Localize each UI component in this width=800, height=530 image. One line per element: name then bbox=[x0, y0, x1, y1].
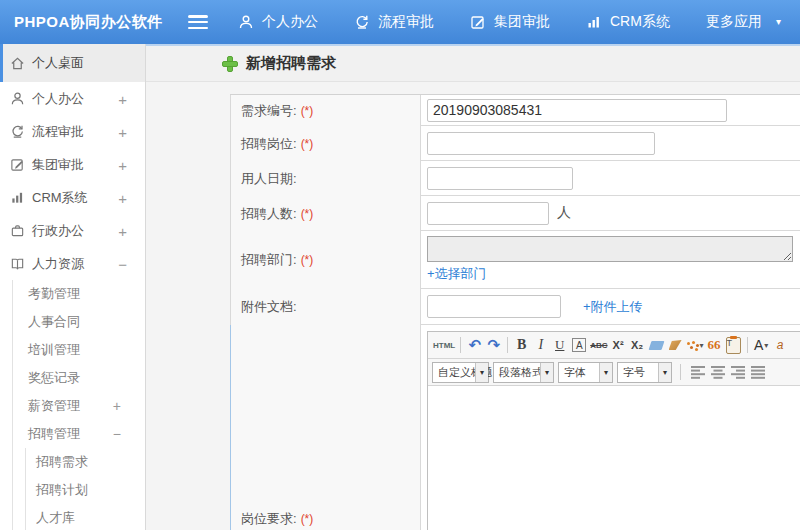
sidebar-item-admin-office[interactable]: 行政办公 + bbox=[0, 214, 145, 247]
font-size-select[interactable]: 字号 ▾ bbox=[617, 362, 672, 383]
superscript-button[interactable]: X² bbox=[610, 335, 627, 355]
toolbar-separator bbox=[507, 337, 508, 353]
sidebar-subitem-talent-pool[interactable]: 人才库 bbox=[26, 504, 145, 530]
strikethrough-button[interactable]: ABC bbox=[590, 335, 607, 355]
sidebar-subitem-label: 人才库 bbox=[36, 509, 75, 527]
recruit-demand-form: 需求编号: (*) 招聘岗位: (*) 用人日期: bbox=[230, 94, 800, 530]
nav-group-approval[interactable]: 集团审批 bbox=[470, 13, 550, 31]
italic-button[interactable]: I bbox=[532, 335, 549, 355]
sidebar-item-personal-office[interactable]: 个人办公 + bbox=[0, 82, 145, 115]
sidebar-subitem-label: 人事合同 bbox=[28, 313, 80, 331]
caret-down-icon: ▾ bbox=[700, 341, 704, 350]
subscript-button[interactable]: X₂ bbox=[629, 335, 646, 355]
eraser-icon[interactable] bbox=[648, 335, 665, 355]
hamburger-menu-icon[interactable] bbox=[188, 15, 208, 29]
expand-icon[interactable]: + bbox=[118, 156, 127, 173]
form-row-department: 招聘部门: (*) +选择部门 bbox=[230, 231, 800, 289]
field-label: 用人日期: bbox=[241, 170, 297, 188]
expand-icon[interactable]: + bbox=[118, 123, 127, 140]
sidebar-subitem-attendance[interactable]: 考勤管理 bbox=[13, 280, 145, 308]
sidebar-subitem-training[interactable]: 培训管理 bbox=[13, 336, 145, 364]
form-row-attachment: 附件文档: +附件上传 bbox=[230, 289, 800, 325]
sidebar-subitem-label: 招聘管理 bbox=[28, 425, 80, 443]
select-department-link[interactable]: +选择部门 bbox=[427, 265, 487, 283]
field-label-cell: 招聘部门: (*) bbox=[230, 231, 421, 289]
collapse-icon[interactable]: − bbox=[113, 426, 121, 442]
nav-crm-system[interactable]: CRM系统 bbox=[586, 13, 670, 31]
caret-down-icon: ▾ bbox=[475, 363, 488, 382]
form-row-headcount: 招聘人数: (*) 人 bbox=[230, 196, 800, 231]
format-brush-icon[interactable] bbox=[667, 335, 684, 355]
app-logo: PHPOA协同办公软件 bbox=[0, 13, 188, 32]
more-apps-caret[interactable]: ▾ bbox=[776, 17, 781, 27]
collapse-icon[interactable]: − bbox=[118, 255, 127, 272]
toolbar-separator bbox=[680, 364, 681, 380]
sidebar-item-personal-desktop[interactable]: 个人桌面 bbox=[0, 44, 145, 82]
underline-button[interactable]: U bbox=[551, 335, 568, 355]
sidebar-item-label: 行政办公 bbox=[32, 222, 84, 240]
field-value-cell: 人 bbox=[421, 196, 800, 230]
editor-toolbar-row1: HTML ↶ ↷ B I U A ABC X² X₂ ▾ bbox=[428, 332, 800, 359]
expand-icon[interactable]: + bbox=[118, 189, 127, 206]
top-header: PHPOA协同办公软件 个人办公 流程审批 集团审批 CRM系统 bbox=[0, 0, 800, 44]
autotypeset-button[interactable]: a bbox=[772, 335, 789, 355]
field-value-cell: +选择部门 bbox=[421, 231, 800, 288]
font-border-button[interactable]: A bbox=[572, 338, 586, 352]
redo-icon[interactable]: ↷ bbox=[485, 335, 502, 355]
attachment-upload-link[interactable]: +附件上传 bbox=[583, 298, 643, 316]
home-icon bbox=[9, 56, 25, 71]
align-center-icon[interactable] bbox=[711, 366, 726, 379]
sidebar-item-workflow-approval[interactable]: 流程审批 + bbox=[0, 115, 145, 148]
caret-down-icon: ▾ bbox=[764, 341, 768, 350]
headcount-input[interactable] bbox=[427, 202, 549, 225]
sidebar-item-label: 个人办公 bbox=[32, 90, 84, 108]
paste-icon[interactable]: T bbox=[725, 335, 742, 355]
sidebar-item-human-resources[interactable]: 人力资源 − bbox=[0, 247, 145, 280]
sidebar-item-group-approval[interactable]: 集团审批 + bbox=[0, 148, 145, 181]
required-marker: (*) bbox=[301, 512, 314, 526]
expand-icon[interactable]: + bbox=[118, 222, 127, 239]
align-right-icon[interactable] bbox=[731, 366, 746, 379]
workflow-icon bbox=[354, 14, 370, 30]
sidebar-item-crm-system[interactable]: CRM系统 + bbox=[0, 181, 145, 214]
undo-icon[interactable]: ↶ bbox=[466, 335, 483, 355]
field-value-cell: HTML ↶ ↷ B I U A ABC X² X₂ ▾ bbox=[421, 325, 800, 530]
sidebar-subitem-recruitment[interactable]: 招聘管理 − bbox=[13, 420, 145, 448]
bold-button[interactable]: B bbox=[513, 335, 530, 355]
font-color-button[interactable]: A▾ bbox=[753, 335, 770, 355]
sidebar-subitem-recruit-demand[interactable]: 招聘需求 bbox=[26, 448, 145, 476]
caret-down-icon: ▾ bbox=[540, 363, 553, 382]
align-justify-icon[interactable] bbox=[751, 366, 766, 379]
nav-label: CRM系统 bbox=[610, 13, 670, 31]
demand-no-input[interactable] bbox=[427, 99, 727, 122]
font-family-select[interactable]: 字体 ▾ bbox=[558, 362, 613, 383]
position-input[interactable] bbox=[427, 132, 655, 155]
align-left-icon[interactable] bbox=[691, 366, 706, 379]
blockquote-button[interactable]: 66 bbox=[706, 335, 723, 355]
expand-icon[interactable]: + bbox=[113, 398, 121, 414]
nav-workflow-approval[interactable]: 流程审批 bbox=[354, 13, 434, 31]
page-title-bar: 新增招聘需求 bbox=[146, 46, 800, 82]
sidebar-subitem-salary[interactable]: 薪资管理 + bbox=[13, 392, 145, 420]
sidebar-subitem-recruit-plan[interactable]: 招聘计划 bbox=[26, 476, 145, 504]
sidebar-subitem-rewards[interactable]: 奖惩记录 bbox=[13, 364, 145, 392]
expand-icon[interactable]: + bbox=[118, 90, 127, 107]
nav-personal-office[interactable]: 个人办公 bbox=[238, 13, 318, 31]
attachment-input[interactable] bbox=[427, 295, 561, 318]
department-textarea[interactable] bbox=[427, 236, 793, 262]
edit-icon bbox=[470, 14, 486, 30]
spray-color-icon[interactable]: ▾ bbox=[686, 335, 704, 355]
hire-date-input[interactable] bbox=[427, 167, 573, 190]
custom-title-select[interactable]: 自定义标题 ▾ bbox=[432, 362, 489, 383]
field-label-cell: 招聘人数: (*) bbox=[230, 196, 421, 231]
user-icon bbox=[9, 91, 25, 106]
field-label: 岗位要求: bbox=[241, 510, 297, 528]
editor-content-area[interactable] bbox=[428, 386, 800, 530]
paragraph-format-select[interactable]: 段落格式 ▾ bbox=[493, 362, 554, 383]
sidebar-subitem-hr-contract[interactable]: 人事合同 bbox=[13, 308, 145, 336]
editor-toolbar-row2: 自定义标题 ▾ 段落格式 ▾ 字体 ▾ 字号 ▾ bbox=[428, 359, 800, 386]
field-label: 附件文档: bbox=[241, 298, 297, 316]
field-label-cell: 用人日期: bbox=[230, 161, 421, 196]
nav-more-apps[interactable]: 更多应用 bbox=[706, 13, 762, 31]
source-code-button[interactable]: HTML bbox=[433, 335, 455, 355]
